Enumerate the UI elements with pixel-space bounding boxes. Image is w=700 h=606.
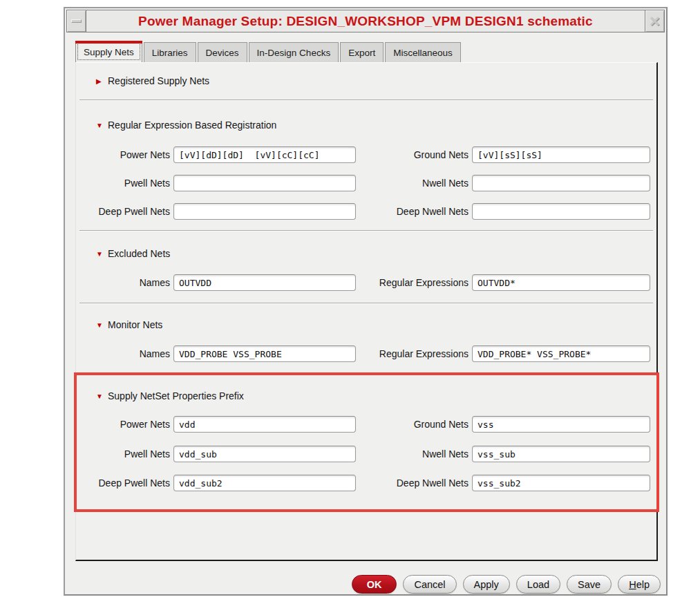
button-label: Cancel [414,579,445,590]
supply-nets-panel: ▶ Registered Supply Nets ▼ Regular Expre… [75,62,658,561]
netset-pwell-input[interactable] [173,446,356,462]
deep-pwell-nets-regex-input[interactable] [173,203,356,220]
section-title: Regular Expression Based Registration [108,120,276,131]
tab-devices[interactable]: Devices [198,42,247,62]
title-strip: Power Manager Setup: DESIGN_WORKSHOP_VPM… [86,10,645,32]
section-header-monitor-nets[interactable]: ▼ Monitor Nets [76,316,656,333]
deep-nwell-nets-regex-label: Deep Nwell Nets [356,206,469,217]
nwell-nets-regex-input[interactable] [472,175,650,191]
tab-supply-nets[interactable]: Supply Nets [75,41,142,62]
close-icon: ✕ [649,15,661,28]
ground-nets-regex-label: Ground Nets [356,149,469,160]
tab-in-design-checks[interactable]: In-Design Checks [249,42,339,62]
dialog-button-row: OK Cancel Apply Load Save Help [352,575,661,594]
cancel-button[interactable]: Cancel [403,575,456,594]
excluded-regex-input[interactable] [472,274,650,291]
monitor-names-label: Names [76,348,170,359]
ground-nets-regex-input[interactable] [472,146,650,163]
netset-deep-pwell-input[interactable] [173,475,356,491]
separator [79,303,653,304]
expanded-arrow-icon: ▼ [96,392,108,400]
field-row: Power Nets Ground Nets [76,146,656,163]
tab-label: Devices [206,48,239,58]
tab-label: Supply Nets [84,47,134,57]
separator [79,100,653,101]
minimize-icon [71,19,82,23]
ok-button[interactable]: OK [352,575,397,594]
power-nets-regex-input[interactable] [173,146,356,163]
section-title: Monitor Nets [108,319,162,330]
field-row: Deep Pwell Nets Deep Nwell Nets [76,203,656,220]
netset-power-input[interactable] [173,416,356,433]
netset-deep-nwell-label: Deep Nwell Nets [356,477,469,489]
monitor-regex-input[interactable] [472,345,650,362]
section-title: Excluded Nets [108,248,170,259]
tab-label: Miscellaneous [393,48,453,58]
field-row: Pwell Nets Nwell Nets [76,446,656,462]
tab-label: In-Design Checks [257,48,331,58]
netset-nwell-input[interactable] [472,446,650,462]
expanded-arrow-icon: ▼ [96,321,108,329]
netset-pwell-label: Pwell Nets [76,448,170,460]
section-title: Registered Supply Nets [108,75,209,86]
window-title: Power Manager Setup: DESIGN_WORKSHOP_VPM… [138,14,593,29]
field-row: Pwell Nets Nwell Nets [76,175,656,191]
separator [79,230,653,231]
field-row: Names Regular Expressions [76,274,656,291]
monitor-regex-label: Regular Expressions [356,348,469,359]
excluded-names-label: Names [76,277,170,288]
collapsed-arrow-icon: ▶ [96,77,108,85]
power-manager-setup-dialog: Power Manager Setup: DESIGN_WORKSHOP_VPM… [64,7,668,596]
section-header-registered-supply-nets[interactable]: ▶ Registered Supply Nets [76,73,656,89]
field-row: Names Regular Expressions [76,345,656,362]
monitor-names-input[interactable] [173,345,356,362]
tab-bar: Supply Nets Libraries Devices In-Design … [75,41,462,62]
help-button[interactable]: Help [618,575,661,594]
close-button[interactable]: ✕ [645,10,665,32]
field-row: Deep Pwell Nets Deep Nwell Nets [76,475,656,491]
netset-power-label: Power Nets [76,419,170,430]
button-label: OK [367,579,382,590]
button-label: Apply [474,579,499,590]
button-label: Help [629,579,650,590]
tab-label: Export [348,48,375,58]
tab-miscellaneous[interactable]: Miscellaneous [385,42,461,62]
netset-nwell-label: Nwell Nets [356,448,469,460]
section-header-excluded-nets[interactable]: ▼ Excluded Nets [76,245,656,262]
deep-nwell-nets-regex-input[interactable] [472,203,650,220]
netset-deep-nwell-input[interactable] [472,475,650,491]
netset-ground-label: Ground Nets [356,419,469,430]
section-header-regex-registration[interactable]: ▼ Regular Expression Based Registration [76,117,656,133]
excluded-names-input[interactable] [173,274,356,291]
tab-label: Libraries [152,48,188,58]
expanded-arrow-icon: ▼ [96,250,108,258]
section-header-netset-prefix[interactable]: ▼ Supply NetSet Properties Prefix [76,388,656,404]
title-bar: Power Manager Setup: DESIGN_WORKSHOP_VPM… [66,10,665,32]
excluded-regex-label: Regular Expressions [356,277,469,288]
expanded-arrow-icon: ▼ [96,122,108,129]
netset-deep-pwell-label: Deep Pwell Nets [76,477,170,489]
pwell-nets-regex-label: Pwell Nets [76,178,170,189]
tab-export[interactable]: Export [340,42,384,62]
power-nets-regex-label: Power Nets [76,149,170,160]
minimize-button[interactable] [66,10,86,32]
button-label: Save [578,579,600,590]
field-row: Power Nets Ground Nets [76,416,656,433]
section-title: Supply NetSet Properties Prefix [108,390,244,401]
button-label: Load [527,579,549,590]
tab-libraries[interactable]: Libraries [144,42,196,62]
netset-ground-input[interactable] [472,416,650,433]
load-button[interactable]: Load [516,575,560,594]
apply-button[interactable]: Apply [463,575,510,594]
nwell-nets-regex-label: Nwell Nets [356,178,469,189]
pwell-nets-regex-input[interactable] [173,175,356,191]
save-button[interactable]: Save [567,575,612,594]
deep-pwell-nets-regex-label: Deep Pwell Nets [76,206,170,217]
